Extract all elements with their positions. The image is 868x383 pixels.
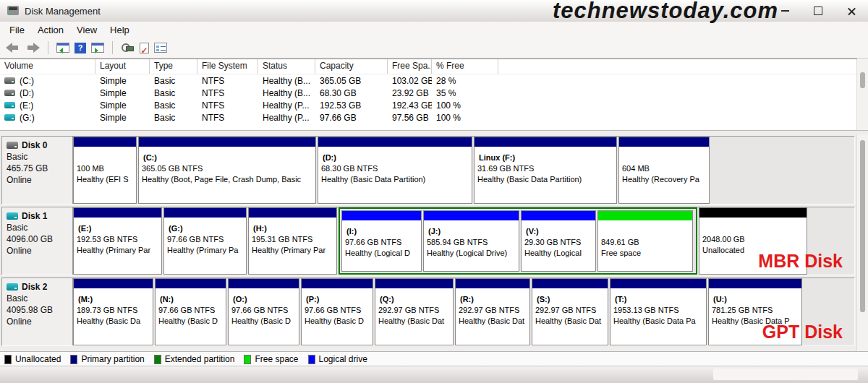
volume-cell: Basic <box>150 113 197 123</box>
forward-arrow-icon[interactable] <box>25 43 40 53</box>
menu-item-view[interactable]: View <box>70 23 103 37</box>
partition-m[interactable]: (M:)189.73 GB NTFSHealthy (Basic Da <box>73 278 153 345</box>
volume-list-scrollbar[interactable] <box>856 59 868 130</box>
partition-j[interactable]: (J:)585.94 GB NTFSHealthy (Logical Drive… <box>423 210 519 272</box>
partition-o[interactable]: (O:)97.66 GB NTFSHealthy (Basic D <box>228 278 299 345</box>
partition-free-space[interactable]: 849.61 GBFree space <box>597 210 693 272</box>
partition-n[interactable]: (N:)97.66 GB NTFSHealthy (Basic D <box>155 278 226 345</box>
column-header-free[interactable]: % Free <box>432 59 498 74</box>
partition-status: Free space <box>601 248 689 259</box>
partition-color-bar-primary <box>249 208 336 218</box>
help-icon[interactable]: ? <box>75 43 86 53</box>
minimize-icon <box>781 10 789 12</box>
partition-status: Healthy (Basic Dat <box>378 316 450 327</box>
partition-i[interactable]: (I:)97.66 GB NTFSHealthy (Logical D <box>341 210 422 272</box>
partition-name: (R:) <box>459 294 527 305</box>
partition-c[interactable]: (C:)365.05 GB NTFSHealthy (Boot, Page Fi… <box>138 137 316 204</box>
close-button[interactable] <box>835 0 868 22</box>
column-header-volume[interactable]: Volume <box>0 59 95 74</box>
minimize-button[interactable] <box>768 0 801 22</box>
volume-cell: (D:) <box>0 88 95 98</box>
partition-info: (U:)781.25 GB NTFSHealthy (Basic Data P <box>709 288 801 327</box>
window-title: Disk Management <box>25 6 101 17</box>
partition-status: Healthy (Basic Data Partition) <box>321 174 469 185</box>
column-header-file-system[interactable]: File System <box>197 59 258 74</box>
disk-row-disk-0: Disk 0Basic465.75 GBOnline100 MBHealthy … <box>1 136 855 205</box>
graphical-view-scroll-thumb[interactable] <box>860 140 865 312</box>
partition-name: (M:) <box>77 294 150 305</box>
legend-bar: UnallocatedPrimary partitionExtended par… <box>0 351 868 366</box>
partition-info: (C:)365.05 GB NTFSHealthy (Boot, Page Fi… <box>139 147 315 185</box>
volume-row-e[interactable]: (E:)SimpleBasicNTFSHealthy (P...192.53 G… <box>0 99 857 111</box>
partition-color-bar-free <box>598 211 692 220</box>
partition-info: (I:)97.66 GB NTFSHealthy (Logical D <box>342 220 421 259</box>
partition-name: (S:) <box>535 294 605 305</box>
partition-d[interactable]: (D:)68.30 GB NTFSHealthy (Basic Data Par… <box>318 137 472 204</box>
partition-color-bar-primary <box>456 279 529 288</box>
volume-cell: Simple <box>95 100 150 111</box>
legend-item-free-space: Free space <box>244 354 298 364</box>
partition-v[interactable]: (V:)29.30 GB NTFSHealthy (Logical <box>521 210 596 272</box>
legend-label: Extended partition <box>165 354 235 364</box>
back-arrow-icon[interactable] <box>6 43 20 53</box>
volume-list-scroll-thumb[interactable] <box>860 72 865 88</box>
partition-g[interactable]: (G:)97.66 GB NTFSHealthy (Primary Pa <box>163 207 247 275</box>
partition-name: (I:) <box>345 226 418 237</box>
partition-name: (H:) <box>252 223 333 234</box>
partition-info: (O:)97.66 GB NTFSHealthy (Basic D <box>229 288 299 327</box>
rescan-disks-icon[interactable] <box>121 43 135 53</box>
column-header-capacity[interactable]: Capacity <box>315 59 388 74</box>
volume-cell: Healthy (P... <box>258 113 315 123</box>
disk-name: Disk 1 <box>7 210 68 222</box>
partition-name <box>601 226 689 237</box>
volume-disk-icon <box>4 90 15 96</box>
graphical-view-scrollbar[interactable] <box>856 134 868 351</box>
title-bar: Disk Management technewstoday.com <box>0 0 868 22</box>
legend-label: Unallocated <box>15 354 61 364</box>
menu-item-help[interactable]: Help <box>103 23 136 37</box>
extended-partition-container[interactable]: (I:)97.66 GB NTFSHealthy (Logical D(J:)5… <box>339 207 697 275</box>
partition-e[interactable]: (E:)192.53 GB NTFSHealthy (Primary Par <box>73 207 162 275</box>
disk-info-panel-disk-2[interactable]: Disk 2Basic4095.98 GBOnline <box>2 278 73 345</box>
partition-color-bar-primary <box>229 279 299 288</box>
partition-name <box>77 152 133 163</box>
disk-status: Online <box>7 174 68 186</box>
volume-cell: 100 % <box>432 100 498 111</box>
partition-name: (E:) <box>77 223 158 234</box>
partition-size: 292.97 GB NTFS <box>378 305 450 316</box>
column-header-free-spa[interactable]: Free Spa... <box>388 59 432 74</box>
column-header-type[interactable]: Type <box>150 59 197 74</box>
partition-u[interactable]: (U:)781.25 GB NTFSHealthy (Basic Data P <box>708 278 802 345</box>
menu-item-action[interactable]: Action <box>31 23 70 37</box>
volume-row-g[interactable]: (G:)SimpleBasicNTFSHealthy (P...97.66 GB… <box>0 111 857 124</box>
console-tree-icon[interactable] <box>56 43 69 53</box>
partition-healthy-recovery-pa[interactable]: 604 MBHealthy (Recovery Pa <box>618 137 710 204</box>
action-pane-icon[interactable] <box>91 43 104 53</box>
partition-info: (H:)195.31 GB NTFSHealthy (Primary Par <box>249 218 336 256</box>
partition-unallocated[interactable]: 2048.00 GBUnallocated <box>699 207 807 275</box>
check-disk-icon[interactable]: ✓ <box>140 43 149 53</box>
partition-q[interactable]: (Q:)292.97 GB NTFSHealthy (Basic Dat <box>375 278 454 345</box>
maximize-button[interactable] <box>801 0 835 22</box>
partition-color-bar-primary <box>302 279 373 288</box>
properties-icon[interactable] <box>154 43 167 53</box>
partition-p[interactable]: (P:)97.66 GB NTFSHealthy (Basic D <box>301 278 373 345</box>
menu-bar: FileActionViewHelp <box>0 22 868 38</box>
column-header-status[interactable]: Status <box>258 59 315 74</box>
partition-color-bar-primary <box>164 208 246 218</box>
menu-item-file[interactable]: File <box>3 23 31 37</box>
partition-r[interactable]: (R:)292.97 GB NTFSHealthy (Basic Dat <box>455 278 530 345</box>
partition-t[interactable]: (T:)1953.13 GB NTFSHealthy (Basic Data P… <box>610 278 707 345</box>
legend-swatch-logical-drive <box>308 355 315 364</box>
partition-linux-f[interactable]: Linux (F:)31.69 GB NTFSHealthy (Basic Da… <box>474 137 617 204</box>
partition-healthy-efi-s[interactable]: 100 MBHealthy (EFI S <box>73 137 137 204</box>
volume-row-c[interactable]: (C:)SimpleBasicNTFSHealthy (B...365.05 G… <box>0 74 857 87</box>
partition-info: (T:)1953.13 GB NTFSHealthy (Basic Data P… <box>610 288 706 327</box>
partition-h[interactable]: (H:)195.31 GB NTFSHealthy (Primary Par <box>248 207 337 275</box>
volume-row-d[interactable]: (D:)SimpleBasicNTFSHealthy (B...68.30 GB… <box>0 87 857 99</box>
disk-info-panel-disk-1[interactable]: Disk 1Basic4096.00 GBOnline <box>2 207 73 275</box>
volume-list-pane: VolumeLayoutTypeFile SystemStatusCapacit… <box>0 59 857 131</box>
partition-s[interactable]: (S:)292.97 GB NTFSHealthy (Basic Dat <box>532 278 608 345</box>
column-header-layout[interactable]: Layout <box>95 59 150 74</box>
disk-info-panel-disk-0[interactable]: Disk 0Basic465.75 GBOnline <box>2 137 73 204</box>
